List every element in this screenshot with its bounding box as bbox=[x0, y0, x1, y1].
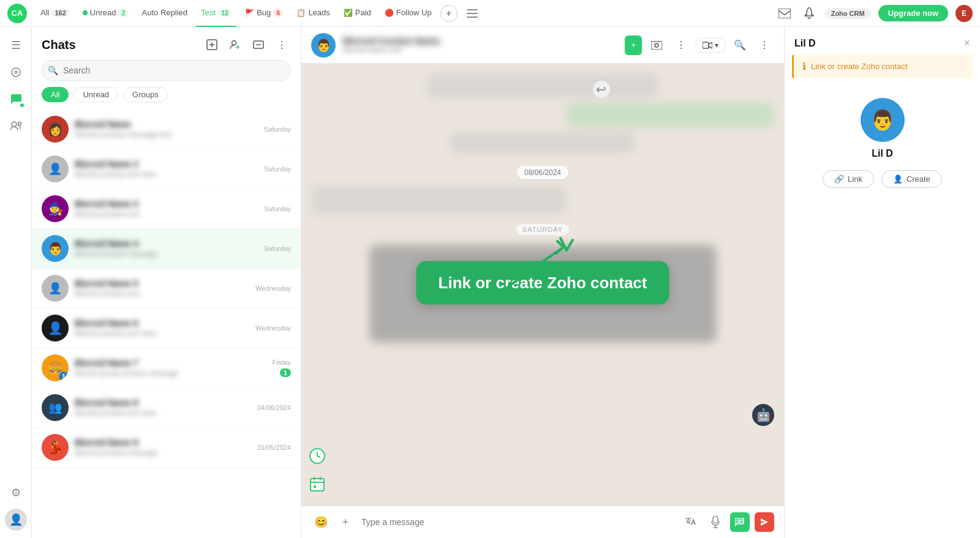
chat-info: Blurred Name 6 Blurred preview text here bbox=[75, 318, 249, 338]
chat-time: Saturday bbox=[264, 205, 291, 212]
chat-item[interactable]: 🍔 1 Blurred Name 7 Blurred group preview… bbox=[32, 348, 301, 388]
chat-active-dot bbox=[20, 103, 24, 108]
screenshot-button[interactable] bbox=[647, 35, 666, 55]
chat-list-header: Chats ⋮ bbox=[32, 27, 301, 60]
search-input[interactable] bbox=[42, 60, 291, 81]
search-messages-button[interactable]: 🔍 bbox=[730, 35, 750, 55]
chat-preview: Blurred preview text bbox=[75, 210, 258, 219]
add-contact-button[interactable] bbox=[226, 35, 244, 54]
blurred-message-2 bbox=[311, 103, 774, 127]
create-icon: 👤 bbox=[893, 174, 903, 184]
nav-tab-bug[interactable]: 🚩 Bug 6 bbox=[240, 0, 288, 27]
chat-meta: 04/06/2024 bbox=[257, 404, 291, 411]
reply-icon[interactable]: ↩ bbox=[593, 81, 610, 98]
add-tab-button[interactable]: + bbox=[440, 5, 458, 22]
chat-meta: Saturday bbox=[264, 245, 291, 252]
blurred-message-3 bbox=[311, 132, 774, 154]
robot-icon[interactable]: 🤖 bbox=[752, 404, 774, 426]
chat-name: Blurred Name 8 bbox=[75, 398, 251, 408]
link-contact-button[interactable]: 🔗 Link bbox=[823, 170, 874, 188]
chat-input-area: 😊 + bbox=[301, 506, 784, 538]
more-actions-button[interactable]: ⋮ bbox=[671, 35, 691, 55]
sidebar-icon-chat[interactable] bbox=[5, 88, 27, 110]
nav-tab-auto-replied[interactable]: Auto Replied bbox=[137, 0, 192, 27]
message-input[interactable] bbox=[361, 517, 675, 527]
chat-list-panel: Chats ⋮ 🔍 All Unread bbox=[32, 27, 301, 538]
microphone-button[interactable] bbox=[706, 512, 725, 532]
chat-time: Friday bbox=[272, 359, 291, 366]
filter-groups[interactable]: Groups bbox=[123, 87, 168, 102]
right-panel-close-button[interactable]: × bbox=[963, 37, 970, 50]
chat-main-area: 👨 Blurred Contact Name blurred status in… bbox=[301, 27, 784, 538]
chat-info: Blurred Name 8 Blurred preview text here bbox=[75, 398, 251, 417]
search-icon: 🔍 bbox=[48, 65, 58, 75]
chat-item[interactable]: 👥 Blurred Name 8 Blurred preview text he… bbox=[32, 388, 301, 428]
chat-name: Blurred Name 2 bbox=[75, 159, 258, 169]
create-group-button[interactable] bbox=[249, 35, 268, 54]
right-panel: Lil D × ℹ Link or create Zoho contact 👨 … bbox=[784, 27, 980, 538]
calendar-icon[interactable] bbox=[306, 473, 328, 495]
svg-rect-2 bbox=[467, 17, 478, 18]
translate-button[interactable] bbox=[681, 512, 701, 532]
svg-rect-16 bbox=[314, 485, 316, 488]
nav-tab-test[interactable]: Test 12 bbox=[196, 0, 236, 27]
sidebar-icon-settings[interactable]: ⚙ bbox=[5, 482, 27, 504]
chat-item[interactable]: 👩 Blurred Name Blurred preview message t… bbox=[32, 110, 301, 149]
nav-tab-follow-up[interactable]: 🔴 Follow Up bbox=[380, 0, 437, 27]
send-button[interactable] bbox=[755, 512, 774, 532]
nav-tab-leads[interactable]: 📋 Leads bbox=[292, 0, 334, 27]
nav-tab-auto-replied-label: Auto Replied bbox=[142, 8, 187, 17]
nav-tab-unread[interactable]: Unread 2 bbox=[78, 0, 134, 27]
chat-header-info: Blurred Contact Name blurred status info bbox=[343, 35, 617, 54]
new-chat-button[interactable] bbox=[203, 35, 221, 54]
emoji-button[interactable]: 😊 bbox=[311, 512, 331, 532]
top-nav: CA All 162 Unread 2 Auto Replied Test 12… bbox=[0, 0, 980, 27]
contact-card: 👨 Lil D 🔗 Link 👤 Create bbox=[785, 86, 980, 200]
message-row: ↩ bbox=[311, 187, 774, 214]
right-panel-header: Lil D × bbox=[785, 27, 980, 54]
chat-info: Blurred Name 9 Blurred preview message bbox=[75, 438, 251, 457]
create-contact-button[interactable]: 👤 Create bbox=[881, 170, 942, 188]
nav-right-section: Zoho CRM Upgrade now E bbox=[776, 5, 973, 22]
filter-unread[interactable]: Unread bbox=[74, 87, 118, 102]
schedule-message-icon[interactable] bbox=[306, 445, 328, 467]
chat-time: 31/05/2024 bbox=[257, 444, 291, 451]
chat-item[interactable]: 🧙 Blurred Name 3 Blurred preview text Sa… bbox=[32, 189, 301, 229]
avatar: 👤 bbox=[42, 315, 69, 342]
bell-icon[interactable] bbox=[801, 5, 818, 22]
sidebar-icon-contacts[interactable] bbox=[5, 115, 27, 137]
avatar: 🧙 bbox=[42, 195, 69, 222]
nav-tab-unread-label: Unread bbox=[90, 8, 116, 17]
sidebar-icon-menu[interactable]: ☰ bbox=[5, 34, 27, 56]
email-icon[interactable] bbox=[776, 5, 793, 22]
chat-preview: Blurred preview message text bbox=[75, 130, 258, 139]
zoho-link-banner[interactable]: ℹ Link or create Zoho contact bbox=[792, 54, 973, 78]
add-to-chat-button[interactable]: + bbox=[625, 35, 642, 55]
svg-rect-3 bbox=[778, 9, 791, 18]
chat-item[interactable]: 💃 Blurred Name 9 Blurred preview message… bbox=[32, 428, 301, 468]
quick-reply-button[interactable] bbox=[730, 512, 750, 532]
chat-options-button[interactable]: ⋮ bbox=[755, 35, 774, 55]
chat-item[interactable]: 👨 Blurred Name 4 Blurred preview message… bbox=[32, 229, 301, 269]
nav-tab-paid-label: Paid bbox=[355, 8, 371, 17]
chat-item[interactable]: 👤 Blurred Name 2 Blurred preview text he… bbox=[32, 149, 301, 189]
chat-filters: All Unread Groups bbox=[32, 87, 301, 110]
sidebar-user-avatar[interactable]: 👤 bbox=[5, 509, 27, 531]
video-call-button[interactable]: ▾ bbox=[696, 38, 725, 53]
nav-tab-paid[interactable]: ✅ Paid bbox=[339, 0, 376, 27]
chat-more-options[interactable]: ⋮ bbox=[273, 35, 291, 54]
nav-tab-all[interactable]: All 162 bbox=[36, 0, 74, 27]
chat-name: Blurred Name 6 bbox=[75, 318, 249, 328]
chat-messages[interactable]: 08/06/2024 ↩ SATURDAY 🤖 bbox=[301, 64, 784, 506]
chat-time: 04/06/2024 bbox=[257, 404, 291, 411]
upgrade-button[interactable]: Upgrade now bbox=[878, 5, 948, 21]
attach-button[interactable]: + bbox=[336, 512, 355, 532]
filter-all[interactable]: All bbox=[42, 87, 69, 102]
svg-rect-1 bbox=[467, 13, 478, 14]
svg-rect-17 bbox=[713, 516, 718, 523]
sidebar-icon-home[interactable] bbox=[5, 61, 27, 83]
chat-item[interactable]: 👤 Blurred Name 5 Blurred preview text We… bbox=[32, 269, 301, 308]
chat-info: Blurred Name 2 Blurred preview text here bbox=[75, 159, 258, 179]
chat-item[interactable]: 👤 Blurred Name 6 Blurred preview text he… bbox=[32, 308, 301, 348]
filter-button[interactable] bbox=[464, 5, 481, 22]
